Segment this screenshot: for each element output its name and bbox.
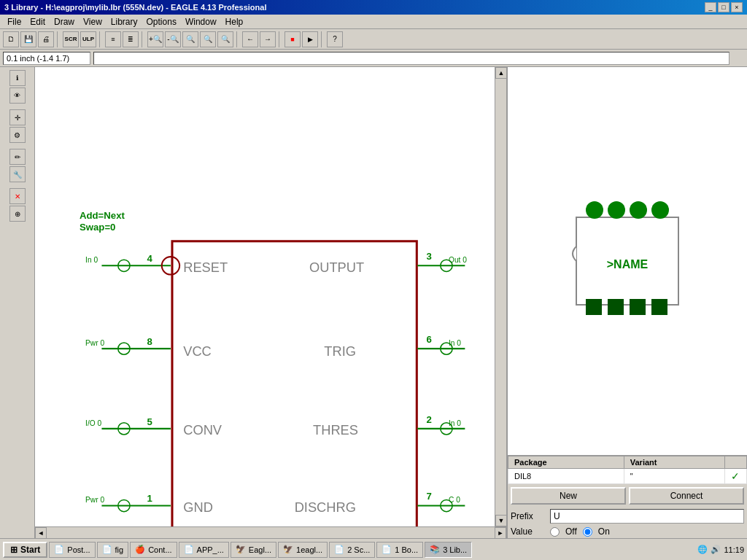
taskbar-app-icon: 📄 bbox=[184, 545, 194, 554]
tool-btn-2[interactable]: ⚙ bbox=[9, 127, 26, 143]
menu-window[interactable]: Window bbox=[181, 16, 221, 28]
close-button[interactable]: × bbox=[731, 2, 743, 12]
minimize-button[interactable]: _ bbox=[705, 2, 716, 12]
address-bar bbox=[0, 50, 747, 67]
ulp-button[interactable]: ULP bbox=[80, 31, 96, 47]
vertical-scrollbar[interactable]: ▲ ▼ bbox=[495, 67, 506, 526]
taskbar-fig-label: fig bbox=[115, 545, 124, 554]
hscroll-track[interactable] bbox=[47, 527, 495, 538]
svg-text:8: 8 bbox=[147, 336, 152, 347]
taskbar-cont-label: Cont... bbox=[148, 545, 171, 554]
toolbar: 🗋 💾 🖨 SCR ULP ≡ ≣ +🔍 -🔍 🔍 🔍 🔍 ← → ■ ▶ ? bbox=[0, 29, 747, 50]
svg-point-45 bbox=[608, 201, 625, 219]
tool-btn-5[interactable]: ✕ bbox=[9, 188, 26, 204]
save-button[interactable]: 💾 bbox=[20, 31, 36, 47]
title-bar: 3 Library - H:\eagproj\mylib.lbr (555N.d… bbox=[0, 0, 747, 15]
taskbar-eagl2-label: 1eagl... bbox=[296, 545, 322, 554]
menu-file[interactable]: File bbox=[3, 16, 26, 28]
separator-1 bbox=[57, 31, 60, 47]
horizontal-scrollbar[interactable]: ◄ ► bbox=[35, 526, 506, 538]
taskbar-eagl1-icon: 🦅 bbox=[236, 545, 246, 554]
schematic-svg: Add=Next Swap=0 In 0 4 Pwr 0 bbox=[35, 67, 495, 526]
scroll-up-button[interactable]: ▲ bbox=[495, 67, 507, 79]
new-button[interactable]: 🗋 bbox=[3, 31, 19, 47]
menu-edit[interactable]: Edit bbox=[26, 16, 50, 28]
zoom-in-button[interactable]: +🔍 bbox=[147, 31, 163, 47]
menu-help[interactable]: Help bbox=[221, 16, 248, 28]
svg-text:4: 4 bbox=[147, 253, 152, 264]
command-bar[interactable] bbox=[93, 52, 729, 65]
redo-button[interactable]: → bbox=[260, 31, 276, 47]
taskbar-app[interactable]: 📄 APP_... bbox=[179, 542, 229, 558]
script-button[interactable]: SCR bbox=[63, 31, 79, 47]
svg-rect-49 bbox=[608, 299, 624, 315]
window-controls[interactable]: _ □ × bbox=[705, 2, 743, 12]
value-off-radio[interactable] bbox=[550, 527, 560, 537]
svg-point-47 bbox=[651, 201, 669, 219]
taskbar: ⊞ Start 📄 Post... 📄 fig 🍎 Cont... 📄 APP_… bbox=[0, 538, 747, 560]
scroll-track[interactable] bbox=[495, 79, 506, 515]
svg-point-46 bbox=[630, 201, 647, 219]
coord-input[interactable] bbox=[3, 52, 90, 65]
taskbar-lib[interactable]: 📚 3 Lib... bbox=[425, 542, 472, 558]
tool-btn-6[interactable]: ⊕ bbox=[9, 206, 26, 222]
zoom-out-button[interactable]: -🔍 bbox=[165, 31, 181, 47]
eye-button[interactable]: 👁 bbox=[9, 88, 26, 104]
taskbar-sc-icon: 📄 bbox=[334, 545, 344, 554]
taskbar-lib-icon: 📚 bbox=[430, 545, 440, 554]
add-next-text: Add=Next bbox=[80, 210, 125, 221]
taskbar-fig[interactable]: 📄 fig bbox=[97, 542, 129, 558]
toolbar-btn-3[interactable]: ≡ bbox=[105, 31, 121, 47]
svg-text:In 0: In 0 bbox=[449, 339, 461, 347]
print-button[interactable]: 🖨 bbox=[38, 31, 54, 47]
svg-rect-50 bbox=[630, 299, 646, 315]
table-row[interactable]: DIL8 " ✓ bbox=[508, 469, 747, 484]
start-button[interactable]: ⊞ Start bbox=[3, 542, 47, 558]
taskbar-eagl1[interactable]: 🦅 Eagl... bbox=[231, 542, 276, 558]
move-button[interactable]: ✛ bbox=[9, 109, 26, 125]
value-row: Value Off On bbox=[508, 525, 747, 538]
menu-options[interactable]: Options bbox=[142, 16, 181, 28]
scroll-left-button[interactable]: ◄ bbox=[35, 527, 47, 539]
tool-btn-3[interactable]: ✏ bbox=[9, 149, 26, 165]
taskbar-post[interactable]: 📄 Post... bbox=[49, 542, 95, 558]
separator-4 bbox=[236, 31, 239, 47]
undo-button[interactable]: ← bbox=[242, 31, 258, 47]
svg-rect-1 bbox=[172, 241, 417, 526]
svg-text:6: 6 bbox=[427, 334, 432, 345]
prefix-input[interactable] bbox=[550, 509, 744, 524]
new-button[interactable]: New bbox=[511, 487, 626, 505]
menu-draw[interactable]: Draw bbox=[50, 16, 79, 28]
svg-text:5: 5 bbox=[147, 416, 152, 427]
svg-text:VCC: VCC bbox=[183, 343, 212, 359]
zoom-fit-button[interactable]: 🔍 bbox=[182, 31, 198, 47]
check-header bbox=[725, 456, 747, 469]
taskbar-sc-label: 2 Sc... bbox=[347, 545, 370, 554]
connect-button[interactable]: Connect bbox=[629, 487, 744, 505]
help-button[interactable]: ? bbox=[327, 31, 343, 47]
svg-rect-51 bbox=[651, 299, 667, 315]
taskbar-bo[interactable]: 📄 1 Bo... bbox=[376, 542, 423, 558]
value-on-radio[interactable] bbox=[583, 527, 592, 537]
toolbar-btn-4[interactable]: ≣ bbox=[123, 31, 139, 47]
schematic-canvas[interactable]: Add=Next Swap=0 In 0 4 Pwr 0 bbox=[35, 67, 495, 526]
run-button[interactable]: ▶ bbox=[302, 31, 318, 47]
info-button[interactable]: ℹ bbox=[9, 70, 26, 86]
taskbar-eagl2[interactable]: 🦅 1eagl... bbox=[278, 542, 328, 558]
svg-text:2: 2 bbox=[427, 414, 432, 425]
scroll-right-button[interactable]: ► bbox=[495, 527, 506, 539]
menu-view[interactable]: View bbox=[79, 16, 107, 28]
zoom-sel-button[interactable]: 🔍 bbox=[200, 31, 216, 47]
stop-button[interactable]: ■ bbox=[285, 31, 301, 47]
taskbar-cont[interactable]: 🍎 Cont... bbox=[130, 542, 177, 558]
scroll-down-button[interactable]: ▼ bbox=[495, 515, 507, 526]
checkmark-icon: ✓ bbox=[731, 470, 740, 482]
canvas-container: Add=Next Swap=0 In 0 4 Pwr 0 bbox=[35, 67, 506, 538]
svg-rect-48 bbox=[586, 299, 602, 315]
menu-library[interactable]: Library bbox=[107, 16, 142, 28]
taskbar-cont-icon: 🍎 bbox=[135, 545, 145, 554]
tool-btn-4[interactable]: 🔧 bbox=[9, 166, 26, 182]
taskbar-sc[interactable]: 📄 2 Sc... bbox=[329, 542, 375, 558]
zoom-all-button[interactable]: 🔍 bbox=[217, 31, 233, 47]
restore-button[interactable]: □ bbox=[718, 2, 729, 12]
